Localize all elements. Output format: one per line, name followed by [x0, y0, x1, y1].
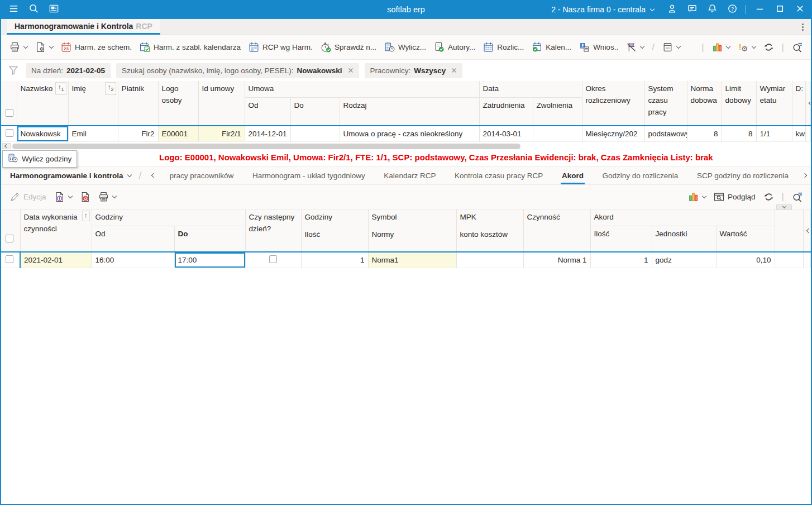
subnav-tab[interactable]: Kontrola czasu pracy RCP — [447, 167, 551, 184]
collapse-panel-button[interactable] — [776, 204, 792, 210]
cell-umowa-do[interactable] — [290, 126, 340, 141]
col-header-zwolnienia[interactable]: Zwolnienia — [533, 97, 582, 126]
help-button[interactable]: ? — [722, 0, 742, 19]
cell-zatrudnienia[interactable]: 2014-03-01 — [479, 126, 533, 141]
col-header-d[interactable]: D: — [792, 81, 805, 126]
toolbar-button[interactable]: Autory... — [430, 39, 479, 55]
toolbar-button[interactable] — [31, 39, 57, 55]
col-header-umowa-do[interactable]: Do — [290, 97, 340, 126]
row-checkbox[interactable] — [6, 255, 13, 263]
toolbar-button[interactable]: Sprawdź n... — [317, 39, 380, 55]
col-header-platnik[interactable]: Płatnik — [118, 81, 158, 126]
toolbar-button[interactable] — [622, 39, 648, 55]
toolbar-button[interactable] — [760, 189, 778, 205]
tab-menu-button[interactable] — [796, 19, 809, 35]
cell-id-umowy[interactable]: Fir2/1 — [198, 126, 245, 141]
toolbar-button[interactable] — [658, 39, 684, 55]
company-selector[interactable]: 2 - Nasza firma 0 - centrala — [543, 0, 662, 19]
sort-indicator[interactable]: ↑1 — [55, 82, 66, 95]
cell-logo-osoby[interactable]: E00001 — [158, 126, 198, 141]
toolbar-button[interactable] — [788, 39, 806, 55]
cell-limit[interactable]: 8 — [722, 126, 756, 141]
col-header-data-wykonania[interactable]: Data wykonania czynności↑ — [20, 209, 92, 252]
cell-umowa-od[interactable]: 2014-12-01 — [245, 126, 290, 141]
global-search-button[interactable] — [23, 0, 44, 19]
cell-mpk[interactable] — [456, 252, 523, 268]
toolbar-button[interactable] — [760, 39, 778, 55]
toolbar-button[interactable]: ! — [734, 39, 760, 55]
col-header-czynnosc[interactable]: Czynność — [523, 209, 590, 252]
filter-chip[interactable]: Szukaj osoby (nazwisko, imię, logo osoby… — [116, 63, 359, 78]
toolbar-button[interactable]: 23 Harm. ze schem. — [57, 39, 136, 55]
sort-indicator[interactable]: ↑2 — [105, 82, 116, 95]
cell-zwolnienia[interactable] — [533, 126, 582, 141]
toolbar-button[interactable] — [94, 189, 120, 205]
cell-d[interactable]: kwi — [792, 126, 805, 141]
subnav-tab[interactable]: Harmonogram - układ tygodniowy — [245, 167, 373, 184]
toolbar-button[interactable]: Wnios.. — [575, 39, 622, 55]
select-all-checkbox[interactable] — [6, 109, 13, 117]
minimize-button[interactable] — [749, 0, 770, 19]
toolbar-button[interactable] — [684, 189, 710, 205]
toolbar-button[interactable] — [50, 189, 76, 205]
cell-akord-ilosc[interactable]: 1 — [590, 252, 652, 268]
toolbar-button[interactable]: Rozlic... — [479, 39, 528, 55]
col-header-do[interactable]: Do — [174, 226, 245, 252]
scroll-left-button[interactable] — [2, 143, 11, 149]
subnav-scroll-right[interactable] — [799, 167, 811, 184]
cell-data-wykonania[interactable]: 2021-02-01 — [20, 252, 92, 268]
col-header-okres[interactable]: Okres rozliczeniowy — [582, 81, 644, 126]
col-header-od[interactable]: Od — [92, 226, 174, 252]
close-icon[interactable] — [348, 68, 354, 73]
user-button[interactable] — [662, 0, 682, 19]
subnav-menu-button[interactable]: Harmonogramowanie i kontrola — [8, 167, 133, 184]
cell-od[interactable]: 16:00 — [92, 252, 174, 268]
col-header-akord-ilosc[interactable]: Ilość — [590, 226, 652, 252]
col-header-rodzaj[interactable]: Rodzaj — [340, 97, 479, 126]
select-all-checkbox[interactable] — [6, 235, 13, 242]
cell-rodzaj[interactable]: Umowa o pracę - czas nieokreślony — [340, 126, 479, 141]
cell-imie[interactable]: Emil — [68, 126, 118, 141]
close-icon[interactable] — [451, 68, 457, 73]
col-header-wymiar[interactable]: Wymiar etatu — [756, 81, 792, 126]
toolbar-button[interactable]: Wylicz... — [380, 39, 430, 55]
subnav-tab[interactable]: Kalendarz RCP — [376, 167, 443, 184]
col-header-norma[interactable]: Norma dobowa — [687, 81, 722, 126]
nastepny-dzien-checkbox[interactable] — [269, 255, 277, 263]
col-header-umowa-od[interactable]: Od — [245, 97, 290, 126]
col-header-zatrudnienia[interactable]: Zatrudnienia — [479, 97, 533, 126]
col-header-id-umowy[interactable]: Id umowy — [198, 81, 245, 126]
sort-indicator[interactable]: ↑ — [82, 211, 90, 221]
cell-symbol-normy[interactable]: Norma1 — [368, 252, 456, 268]
col-header-czy-nastepny[interactable]: Czy następny dzień? — [245, 209, 301, 252]
toolbar-button[interactable]: RCP wg Harm. — [245, 39, 317, 55]
cell-okres[interactable]: Miesięczny/202 — [582, 126, 644, 141]
hamburger-menu-button[interactable] — [3, 0, 23, 19]
col-header-symbol-normy[interactable]: SymbolNormy — [368, 209, 456, 252]
subnav-scroll-left[interactable] — [147, 167, 160, 184]
cell-norma[interactable]: 8 — [687, 126, 722, 141]
col-header-godziny-ilosc[interactable]: GodzinyIlość — [301, 209, 368, 252]
scrollbar-thumb[interactable] — [12, 144, 520, 149]
cell-czynnosc[interactable]: Norma 1 — [523, 252, 590, 268]
news-button[interactable] — [44, 0, 64, 19]
subnav-tab[interactable]: pracy pracowników — [162, 167, 242, 184]
filter-chip[interactable]: Na dzień: 2021-02-05 — [26, 63, 111, 78]
subnav-tab[interactable]: Godziny do rozliczenia — [594, 167, 686, 184]
col-header-jednostki[interactable]: Jednostki — [652, 226, 716, 252]
subnav-tab[interactable]: Akord — [554, 167, 591, 184]
toolbar-button[interactable]: Harm. z szabl. kalendarza — [136, 39, 245, 55]
notifications-button[interactable] — [702, 0, 722, 19]
col-header-mpk[interactable]: MPKkonto kosztów — [456, 209, 523, 252]
cell-godziny-ilosc[interactable]: 1 — [301, 252, 368, 268]
toolbar-button[interactable] — [76, 189, 94, 205]
close-button[interactable] — [790, 0, 810, 19]
toolbar-button[interactable]: Kalen... — [528, 39, 575, 55]
maximize-button[interactable] — [770, 0, 790, 19]
columns-scroll-button[interactable] — [805, 81, 810, 126]
toolbar-button[interactable] — [708, 39, 734, 55]
row-checkbox[interactable] — [6, 129, 13, 137]
cell-system[interactable]: podstawowy — [644, 126, 687, 141]
toolbar-button[interactable]: Podgląd — [710, 189, 760, 205]
toolbar-button[interactable] — [788, 189, 806, 205]
